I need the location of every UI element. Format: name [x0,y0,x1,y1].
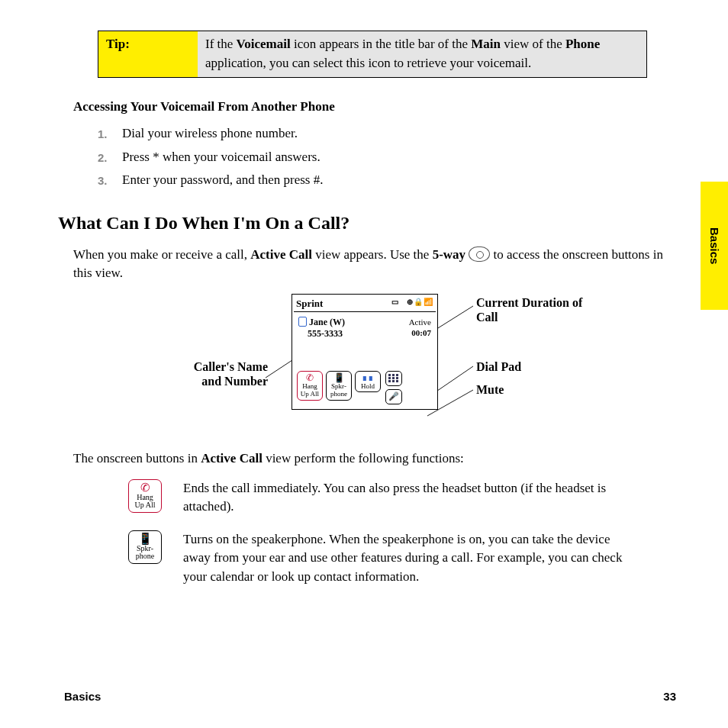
call-duration: 00:07 [411,328,431,337]
functions-intro: The onscreen buttons in Active Call view… [73,449,676,469]
t: Main [471,37,501,51]
t: When you make or receive a call, [73,247,250,262]
phone-titlebar: Sprint [296,297,323,311]
speaker-icon: 📱 [130,533,159,545]
t: view of the [501,37,565,51]
caller-block: Jane (W) 555-3333 [298,317,345,340]
phone-icon: ✆ [130,482,159,494]
list-item: Enter your password, and then press #. [98,171,676,190]
phone-screenshot: Sprint ▭ ⊕🔒📶 Jane (W) 555-3333 Active 00… [292,294,438,410]
tip-box: Tip: If the Voicemail icon appears in th… [98,31,647,78]
function-text: Turns on the speakerphone. When the spea… [183,530,633,587]
caller-number: 555-3333 [308,328,343,339]
t: If the [205,37,237,51]
hold-button[interactable]: ∎∎ Hold [355,371,381,392]
page-footer: Basics 33 [64,688,676,705]
t: application, you can select this icon to… [205,56,531,70]
dialpad-button[interactable] [385,371,402,386]
function-row: ✆ HangUp All Ends the call immediately. … [128,479,676,517]
steps-list: Dial your wireless phone number. Press *… [98,124,676,190]
hangup-icon-sample: ✆ HangUp All [128,479,162,513]
status-icons: ▭ ⊕🔒📶 [391,297,434,311]
function-text: Ends the call immediately. You can also … [183,479,633,517]
page-number: 33 [663,688,676,705]
pause-icon: ∎∎ [362,373,374,382]
t: Phone [565,37,600,51]
diagram: Caller's Name and Number Current Duratio… [73,294,653,439]
t: Active Call [201,451,263,465]
t: 5-way [433,247,465,262]
section-tab-label: Basics [706,227,723,264]
fiveway-icon [469,246,490,262]
grid-icon [388,373,399,383]
section-heading: Accessing Your Voicemail From Another Ph… [73,98,676,117]
mic-icon: 🎤 [388,392,399,401]
speakerphone-icon-sample: 📱 Spkr-phone [128,530,162,564]
callout-dialpad: Dial Pad [476,359,521,374]
intro-paragraph: When you make or receive a call, Active … [73,246,676,283]
t: view appears. Use the [312,247,433,262]
mute-button[interactable]: 🎤 [385,389,402,404]
status-block: Active 00:07 [409,317,431,340]
contact-icon [298,317,307,327]
caller-name: Jane (W) [309,317,345,327]
page-heading: What Can I Do When I'm On a Call? [58,210,676,237]
t: view perform the following functions: [263,451,464,465]
footer-section: Basics [64,688,101,705]
t: icon appears in the title bar of the [291,37,472,51]
section-tab: Basics [701,182,728,310]
tip-label: Tip: [98,31,198,77]
phone-icon: ✆ [306,373,314,382]
speakerphone-button[interactable]: 📱 Spkr-phone [326,371,352,401]
t: Voicemail [237,37,291,51]
hangup-button[interactable]: ✆ HangUp All [297,371,323,401]
list-item: Press * when your voicemail answers. [98,148,676,167]
t: Active Call [250,247,312,262]
speaker-icon: 📱 [333,373,345,382]
callout-caller: Caller's Name and Number [180,359,268,388]
callout-mute: Mute [476,382,504,397]
tip-body: If the Voicemail icon appears in the tit… [198,31,646,77]
callout-duration: Current Duration of Call [476,295,606,324]
call-status: Active [409,317,431,327]
function-row: 📱 Spkr-phone Turns on the speakerphone. … [128,530,676,587]
t: The onscreen buttons in [73,451,201,465]
list-item: Dial your wireless phone number. [98,124,676,143]
